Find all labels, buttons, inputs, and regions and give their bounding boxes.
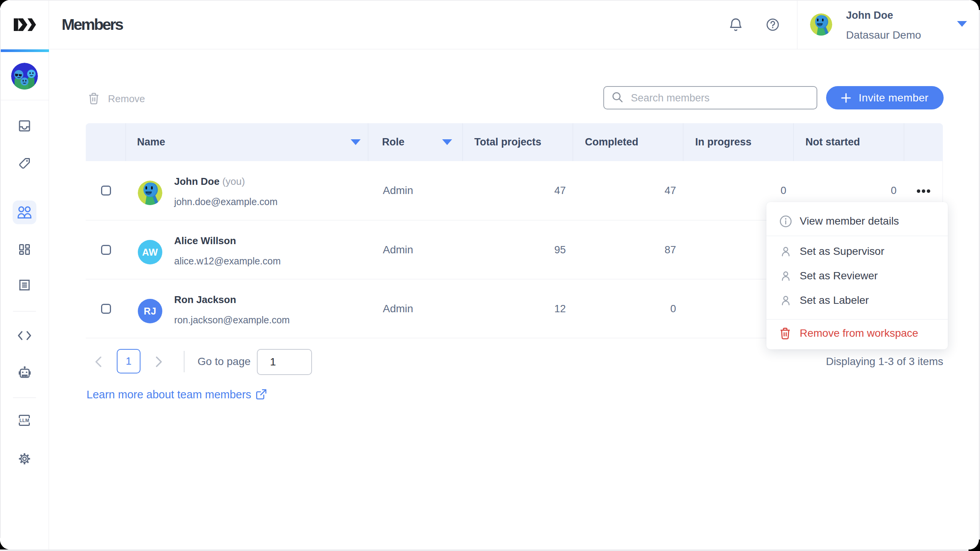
svg-text:LLM: LLM (20, 418, 29, 423)
